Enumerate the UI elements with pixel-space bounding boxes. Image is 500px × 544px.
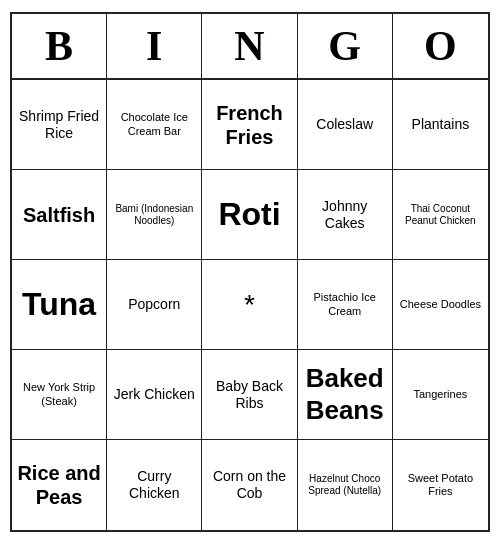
cell-text: Johnny Cakes: [301, 198, 389, 232]
bingo-cell: Chocolate Ice Cream Bar: [107, 80, 202, 170]
bingo-cell: Hazelnut Choco Spread (Nutella): [298, 440, 393, 530]
bingo-cell: *: [202, 260, 297, 350]
bingo-cell: Pistachio Ice Cream: [298, 260, 393, 350]
bingo-cell: Tangerines: [393, 350, 488, 440]
cell-text: New York Strip (Steak): [15, 381, 103, 407]
bingo-cell: Baked Beans: [298, 350, 393, 440]
cell-text: Popcorn: [128, 296, 180, 313]
cell-text: *: [244, 288, 255, 322]
bingo-cell: Roti: [202, 170, 297, 260]
bingo-cell: Jerk Chicken: [107, 350, 202, 440]
cell-text: Baby Back Ribs: [205, 378, 293, 412]
bingo-cell: Curry Chicken: [107, 440, 202, 530]
bingo-letter: I: [107, 14, 202, 78]
bingo-letter: O: [393, 14, 488, 78]
cell-text: Shrimp Fried Rice: [15, 108, 103, 142]
cell-text: Corn on the Cob: [205, 468, 293, 502]
cell-text: Sweet Potato Fries: [396, 472, 485, 498]
bingo-card: BINGO Shrimp Fried RiceChocolate Ice Cre…: [10, 12, 490, 532]
bingo-cell: Shrimp Fried Rice: [12, 80, 107, 170]
bingo-cell: Johnny Cakes: [298, 170, 393, 260]
bingo-cell: Coleslaw: [298, 80, 393, 170]
cell-text: Thai Coconut Peanut Chicken: [396, 203, 485, 227]
cell-text: Chocolate Ice Cream Bar: [110, 111, 198, 137]
bingo-letter: B: [12, 14, 107, 78]
cell-text: Bami (Indonesian Noodles): [110, 203, 198, 227]
cell-text: Cheese Doodles: [400, 298, 481, 311]
cell-text: Baked Beans: [301, 363, 389, 425]
bingo-letter: N: [202, 14, 297, 78]
bingo-cell: Baby Back Ribs: [202, 350, 297, 440]
bingo-grid: Shrimp Fried RiceChocolate Ice Cream Bar…: [12, 80, 488, 530]
bingo-cell: Sweet Potato Fries: [393, 440, 488, 530]
bingo-cell: Saltfish: [12, 170, 107, 260]
bingo-cell: Corn on the Cob: [202, 440, 297, 530]
cell-text: Tangerines: [413, 388, 467, 401]
bingo-cell: Thai Coconut Peanut Chicken: [393, 170, 488, 260]
bingo-cell: Popcorn: [107, 260, 202, 350]
bingo-letter: G: [298, 14, 393, 78]
cell-text: Saltfish: [23, 203, 95, 227]
bingo-cell: New York Strip (Steak): [12, 350, 107, 440]
bingo-cell: Tuna: [12, 260, 107, 350]
bingo-cell: Plantains: [393, 80, 488, 170]
cell-text: Pistachio Ice Cream: [301, 291, 389, 317]
bingo-cell: Bami (Indonesian Noodles): [107, 170, 202, 260]
cell-text: Plantains: [412, 116, 470, 133]
bingo-cell: French Fries: [202, 80, 297, 170]
bingo-cell: Rice and Peas: [12, 440, 107, 530]
cell-text: Coleslaw: [316, 116, 373, 133]
cell-text: Tuna: [22, 285, 96, 323]
cell-text: Jerk Chicken: [114, 386, 195, 403]
bingo-cell: Cheese Doodles: [393, 260, 488, 350]
bingo-header: BINGO: [12, 14, 488, 80]
cell-text: Rice and Peas: [15, 461, 103, 509]
cell-text: Hazelnut Choco Spread (Nutella): [301, 473, 389, 497]
cell-text: Curry Chicken: [110, 468, 198, 502]
cell-text: Roti: [218, 195, 280, 233]
cell-text: French Fries: [205, 101, 293, 149]
